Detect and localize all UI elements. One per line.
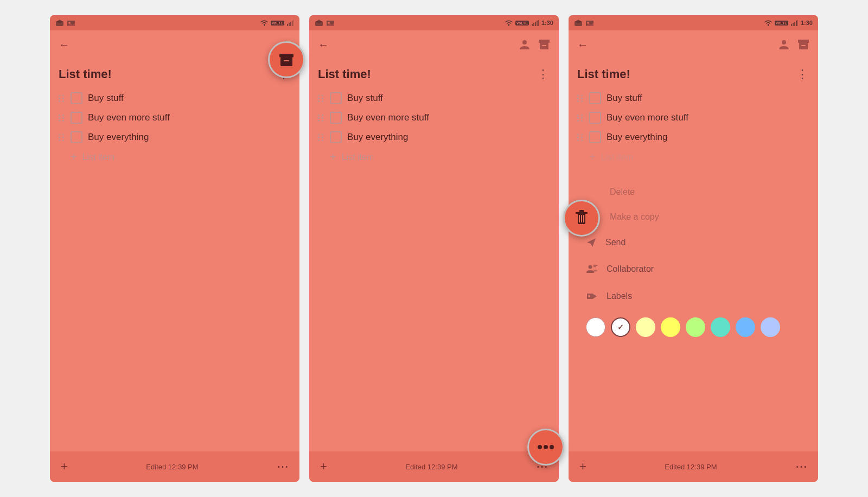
drag-handle-1-1[interactable] (59, 95, 65, 102)
list-item-1-1: Buy stuff (59, 92, 291, 104)
content-1: List time! ⋮ Buy stuff Buy (50, 59, 299, 451)
nav-right-2 (519, 39, 550, 50)
drag-handle-3-3[interactable] (577, 134, 584, 141)
svg-point-46 (588, 295, 590, 297)
drag-handle-3-2[interactable] (577, 114, 584, 122)
archive-icon (278, 52, 295, 68)
add-icon-2: + (330, 151, 336, 163)
checkbox-3-1[interactable] (589, 92, 601, 104)
fab-menu-2[interactable] (527, 429, 564, 466)
more-button-1[interactable]: ⋯ (277, 460, 289, 474)
checkbox-2-3[interactable] (330, 131, 342, 143)
checkbox-2-2[interactable] (330, 112, 342, 124)
svg-point-33 (587, 22, 589, 24)
swatch-teal[interactable] (711, 317, 730, 337)
drag-handle-1-2[interactable] (59, 114, 65, 122)
bottom-bar-2: + Edited 12:39 PM ⋯ (309, 451, 559, 482)
add-note-button-3[interactable]: + (579, 460, 586, 474)
add-placeholder-2: List item (342, 152, 374, 162)
person-icon-3[interactable] (778, 39, 790, 50)
menu-item-send[interactable]: Send (577, 230, 809, 256)
menu-item-copy[interactable]: Make a copy (577, 205, 809, 230)
svg-rect-49 (579, 210, 584, 213)
archive-icon-2[interactable] (538, 39, 550, 50)
checkbox-1-1[interactable] (71, 92, 82, 104)
add-item-row-3[interactable]: + List item (577, 151, 809, 163)
add-item-row-2[interactable]: + List item (318, 151, 550, 163)
dropbox-icon-3 (574, 20, 583, 26)
checkbox-1-3[interactable] (71, 131, 82, 143)
drag-handle-3-1[interactable] (577, 95, 584, 102)
add-item-row-1[interactable]: + List item (59, 151, 291, 163)
list-item-3-1: Buy stuff (577, 92, 809, 104)
swatch-selected[interactable]: ✓ (611, 317, 630, 337)
add-icon-1: + (71, 151, 77, 163)
swatch-yellow-light[interactable] (636, 317, 655, 337)
more-options-2[interactable]: ⋮ (537, 67, 550, 81)
send-icon (586, 237, 597, 248)
top-nav-1: ← ⟳ (50, 30, 299, 59)
svg-point-27 (538, 445, 542, 449)
checkbox-3-2[interactable] (589, 112, 601, 124)
list-item-2-2: Buy even more stuff (318, 112, 550, 124)
drag-handle-2-3[interactable] (318, 134, 324, 141)
content-3: List time! ⋮ Buy stuff Buy (569, 59, 818, 451)
checkbox-1-2[interactable] (71, 112, 82, 124)
menu-item-delete[interactable]: Delete (577, 180, 809, 205)
image-icon-3 (586, 20, 593, 26)
phone-frame-3: VoLTE 1:30 ← (569, 15, 818, 482)
add-note-button-2[interactable]: + (320, 460, 327, 474)
phone-frame-2: VoLTE 1:30 ← (309, 15, 559, 482)
fab-delete-3[interactable] (563, 200, 600, 237)
menu-item-labels[interactable]: Labels (577, 283, 809, 310)
swatch-white[interactable] (586, 317, 605, 337)
fab-archive-1[interactable] (268, 41, 305, 78)
svg-point-3 (68, 22, 71, 24)
bottom-bar-1: + Edited 12:39 PM ⋯ (50, 451, 299, 482)
add-note-button-1[interactable]: + (61, 460, 68, 474)
more-options-3[interactable]: ⋮ (796, 67, 809, 81)
drag-handle-1-3[interactable] (59, 134, 65, 141)
swatch-green[interactable] (686, 317, 705, 337)
drag-handle-2-1[interactable] (318, 95, 324, 102)
top-nav-2: ← (309, 30, 559, 59)
wifi-icon-3 (764, 20, 772, 26)
svg-rect-18 (532, 24, 533, 26)
list-item-2-3: Buy everything (318, 131, 550, 143)
person-icon-2[interactable] (519, 39, 531, 50)
back-button-1[interactable]: ← (59, 39, 69, 51)
back-button-2[interactable]: ← (318, 39, 329, 51)
svg-rect-9 (293, 20, 294, 26)
svg-rect-24 (539, 40, 550, 43)
svg-point-29 (550, 445, 554, 449)
status-bar-right-1: VoLTE (260, 20, 294, 26)
image-icon (67, 20, 75, 26)
list-item-1-3: Buy everything (59, 131, 291, 143)
archive-icon-3[interactable] (797, 39, 809, 50)
status-bar-right-3: VoLTE 1:30 (764, 20, 813, 26)
status-bar-2: VoLTE 1:30 (309, 15, 559, 30)
list-item-2-1: Buy stuff (318, 92, 550, 104)
svg-rect-43 (801, 45, 806, 46)
status-bar-left-icons-3 (574, 20, 593, 26)
svg-rect-6 (289, 23, 290, 26)
item-text-1-2: Buy even more stuff (88, 112, 170, 123)
checkbox-3-3[interactable] (589, 131, 601, 143)
top-nav-3: ← (569, 30, 818, 59)
more-button-3[interactable]: ⋯ (795, 460, 807, 474)
trash-icon (573, 209, 590, 227)
swatch-blue-light[interactable] (761, 317, 780, 337)
svg-rect-5 (287, 24, 288, 26)
signal-icon (287, 20, 294, 26)
collaborator-label: Collaborator (607, 264, 654, 274)
swatch-yellow[interactable] (661, 317, 680, 337)
swatch-blue[interactable] (736, 317, 755, 337)
menu-item-collaborator[interactable]: Collaborator (577, 256, 809, 283)
list-item-3-3: Buy everything (577, 131, 809, 143)
back-button-3[interactable]: ← (577, 39, 588, 51)
svg-point-40 (782, 40, 786, 44)
drag-handle-2-2[interactable] (318, 114, 324, 122)
volte-badge-2: VoLTE (515, 21, 529, 26)
note-title-row-1: List time! ⋮ (59, 67, 291, 81)
checkbox-2-1[interactable] (330, 92, 342, 104)
